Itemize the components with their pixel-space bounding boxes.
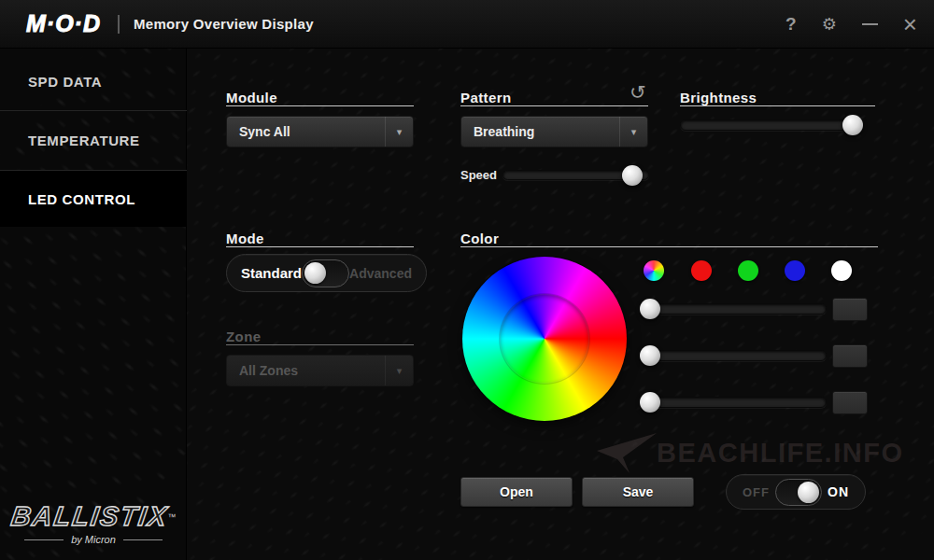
power-off-label[interactable]: OFF <box>743 485 770 499</box>
swatch-white[interactable] <box>831 260 852 281</box>
swatch-red[interactable] <box>691 260 712 281</box>
power-toggle-switch[interactable] <box>775 479 822 506</box>
pattern-underline <box>460 105 648 106</box>
speed-slider[interactable] <box>502 170 649 180</box>
open-button[interactable]: Open <box>460 477 573 507</box>
chevron-down-icon: ▾ <box>385 117 413 147</box>
brightness-slider-handle[interactable] <box>842 115 863 135</box>
zone-underline <box>226 344 414 345</box>
chevron-down-icon: ▾ <box>385 356 413 385</box>
reset-history-icon[interactable]: ↺ <box>630 81 646 104</box>
help-icon[interactable]: ? <box>785 14 797 35</box>
mod-logo: M·O·D <box>26 10 101 37</box>
mode-toggle-switch[interactable] <box>302 259 349 287</box>
pattern-label: Pattern <box>460 90 511 105</box>
chevron-down-icon: ▾ <box>619 117 647 147</box>
sidebar-item-label: LED CONTROL <box>28 191 135 207</box>
titlebar-separator <box>118 15 120 34</box>
speed-label: Speed <box>460 168 497 182</box>
color-value-box-2[interactable] <box>832 344 868 368</box>
watermark-logo-icon <box>595 430 660 475</box>
sidebar-item-label: SPD DATA <box>28 74 102 90</box>
minimize-icon[interactable] <box>862 23 878 25</box>
color-slider-2[interactable] <box>649 350 827 361</box>
power-on-label[interactable]: ON <box>828 484 849 499</box>
brightness-underline <box>680 105 875 106</box>
swatch-rainbow[interactable] <box>644 260 664 281</box>
brand-name: BALLISTIX <box>8 501 169 532</box>
speed-slider-handle[interactable] <box>622 165 643 186</box>
brightness-slider[interactable] <box>680 119 861 131</box>
module-dropdown-value: Sync All <box>227 117 385 147</box>
pattern-dropdown-value: Breathing <box>461 117 619 147</box>
mode-option-advanced[interactable]: Advanced <box>349 266 412 281</box>
color-slider-2-handle[interactable] <box>640 345 660 366</box>
brand-line <box>24 539 64 540</box>
color-wheel[interactable] <box>462 257 627 421</box>
power-toggle-knob[interactable] <box>798 482 819 503</box>
sidebar-item-label: TEMPERATURE <box>28 133 140 148</box>
gear-icon[interactable]: ⚙ <box>822 14 837 35</box>
color-slider-3[interactable] <box>649 397 827 408</box>
brightness-label: Brightness <box>680 90 757 105</box>
color-value-box-1[interactable] <box>832 298 868 321</box>
mode-option-standard[interactable]: Standard <box>241 265 302 281</box>
app-title: Memory Overview Display <box>134 16 314 32</box>
mode-toggle-knob[interactable] <box>304 262 326 284</box>
watermark-text: BEACHLIFE.INFO <box>657 437 903 469</box>
swatch-blue[interactable] <box>785 260 805 281</box>
save-button[interactable]: Save <box>582 477 694 507</box>
color-wheel-inner-ring <box>500 294 589 384</box>
module-underline <box>226 105 414 106</box>
color-value-box-3[interactable] <box>832 391 868 414</box>
color-label: Color <box>460 231 499 246</box>
close-icon[interactable]: × <box>903 15 917 34</box>
sidebar-item-spd-data[interactable]: SPD DATA <box>0 52 187 110</box>
brand-byline: by Micron <box>71 534 116 545</box>
module-dropdown[interactable]: Sync All ▾ <box>226 116 414 147</box>
sidebar-item-temperature[interactable]: TEMPERATURE <box>0 111 187 170</box>
sidebar-item-led-control[interactable]: LED CONTROL <box>0 171 187 227</box>
color-slider-1[interactable] <box>649 303 827 315</box>
swatch-green[interactable] <box>738 260 758 281</box>
power-toggle-group: OFF ON <box>726 474 866 510</box>
pattern-dropdown[interactable]: Breathing ▾ <box>460 116 648 147</box>
brand-line <box>123 539 163 540</box>
color-slider-3-handle[interactable] <box>640 392 660 413</box>
zone-dropdown[interactable]: All Zones ▾ <box>226 355 414 386</box>
mode-underline <box>226 246 414 247</box>
zone-label: Zone <box>226 329 261 344</box>
zone-dropdown-value: All Zones <box>227 356 385 385</box>
mode-toggle-group: Standard Advanced <box>226 254 427 292</box>
mode-label: Mode <box>226 231 264 246</box>
color-underline <box>460 246 878 247</box>
app-window: M·O·D Memory Overview Display ? ⚙ × SPD … <box>0 0 934 560</box>
brand-trademark: ™ <box>167 512 176 522</box>
color-slider-1-handle[interactable] <box>640 299 660 319</box>
ballistix-logo: BALLISTIX™ by Micron <box>0 501 187 545</box>
titlebar: M·O·D Memory Overview Display ? ⚙ × <box>0 0 934 49</box>
module-label: Module <box>226 90 277 105</box>
